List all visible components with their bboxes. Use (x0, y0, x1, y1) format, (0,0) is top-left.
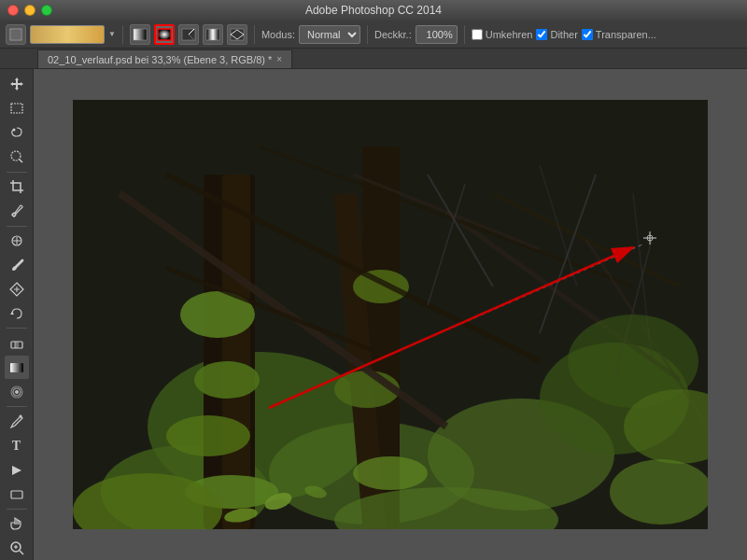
transparenz-label: Transparen... (596, 29, 656, 40)
svg-point-41 (194, 361, 260, 399)
crop-tool[interactable] (5, 175, 29, 199)
window-controls (7, 5, 52, 16)
svg-rect-2 (134, 29, 147, 40)
blur-tool[interactable] (5, 380, 29, 403)
close-button[interactable] (7, 5, 19, 16)
dither-checkbox[interactable] (536, 29, 547, 40)
hand-tool[interactable] (5, 512, 29, 536)
app-title: Adobe Photoshop CC 2014 (305, 4, 442, 17)
eyedropper-tool[interactable] (5, 200, 29, 223)
modus-select[interactable]: Normal (299, 25, 360, 44)
separator-1 (122, 25, 123, 44)
text-tool[interactable]: T (5, 434, 29, 457)
svg-marker-18 (10, 312, 14, 315)
clone-stamp-tool[interactable] (5, 278, 29, 301)
svg-point-42 (166, 415, 250, 456)
move-tool[interactable] (5, 73, 29, 96)
svg-line-29 (20, 551, 23, 554)
svg-rect-1 (11, 30, 21, 39)
tab-bar: 02_10_verlauf.psd bei 33,3% (Ebene 3, RG… (0, 49, 747, 69)
umkehren-group: Umkehren (472, 29, 533, 40)
svg-rect-22 (10, 363, 23, 372)
reflected-gradient-button[interactable] (203, 24, 223, 45)
svg-rect-20 (15, 342, 19, 348)
lasso-tool[interactable] (5, 121, 29, 145)
marquee-tool[interactable] (5, 97, 29, 120)
shape-tool[interactable] (5, 483, 29, 506)
deckkr-input[interactable] (416, 25, 458, 44)
main-area: T (0, 69, 747, 560)
toolbar-separator-4 (7, 406, 27, 407)
diamond-gradient-button[interactable] (227, 24, 247, 45)
toolbar-separator-3 (7, 328, 27, 329)
svg-point-10 (11, 151, 21, 161)
separator-3 (367, 25, 368, 44)
radial-gradient-button[interactable] (154, 24, 175, 45)
svg-rect-5 (206, 29, 219, 40)
history-brush-tool[interactable] (5, 301, 29, 325)
title-bar: Adobe Photoshop CC 2014 (0, 0, 747, 21)
path-select-tool[interactable] (5, 458, 29, 482)
tab-close-button[interactable]: × (276, 54, 282, 64)
svg-rect-27 (11, 491, 22, 498)
toolbar-separator-2 (7, 226, 27, 227)
document-tab[interactable]: 02_10_verlauf.psd bei 33,3% (Ebene 3, RG… (37, 49, 292, 68)
zoom-tool[interactable] (5, 537, 29, 560)
svg-point-26 (19, 414, 21, 417)
separator-4 (464, 25, 465, 44)
canvas-image (73, 100, 708, 529)
transparenz-checkbox[interactable] (582, 29, 593, 40)
pen-tool[interactable] (5, 410, 29, 433)
svg-point-9 (12, 129, 15, 132)
healing-brush-tool[interactable] (5, 230, 29, 253)
umkehren-checkbox[interactable] (472, 29, 483, 40)
tool-preset-button[interactable] (6, 24, 26, 45)
gradient-dropdown-arrow[interactable]: ▼ (108, 30, 116, 38)
separator-2 (254, 25, 255, 44)
dither-group: Dither (536, 29, 577, 40)
options-bar: ▼ (0, 21, 747, 49)
left-toolbar: T (0, 69, 34, 560)
svg-point-66 (610, 459, 708, 525)
modus-label: Modus: (261, 29, 295, 40)
brush-tool[interactable] (5, 254, 29, 277)
svg-rect-8 (11, 104, 22, 113)
canvas-container (73, 100, 708, 529)
toolbar-separator-1 (7, 172, 27, 173)
maximize-button[interactable] (41, 5, 52, 16)
gradient-tool[interactable] (5, 356, 29, 379)
toolbar-separator-5 (7, 509, 27, 510)
svg-line-11 (20, 160, 22, 162)
svg-point-48 (353, 456, 428, 490)
svg-point-25 (15, 390, 19, 394)
minimize-button[interactable] (24, 5, 35, 16)
tab-label: 02_10_verlauf.psd bei 33,3% (Ebene 3, RG… (48, 54, 272, 65)
forest-scene (73, 100, 708, 529)
svg-rect-3 (158, 29, 171, 40)
transparenz-group: Transparen... (582, 29, 656, 40)
canvas-area[interactable] (34, 69, 747, 560)
angle-gradient-button[interactable] (178, 24, 199, 45)
quick-select-tool[interactable] (5, 146, 29, 169)
deckkr-label: Deckkr.: (374, 29, 412, 40)
linear-gradient-button[interactable] (130, 24, 150, 45)
eraser-tool[interactable] (5, 331, 29, 355)
umkehren-label: Umkehren (486, 29, 533, 40)
dither-label: Dither (550, 29, 577, 40)
gradient-preview[interactable] (30, 25, 105, 44)
svg-rect-6 (231, 29, 244, 40)
forest-background (73, 100, 708, 529)
